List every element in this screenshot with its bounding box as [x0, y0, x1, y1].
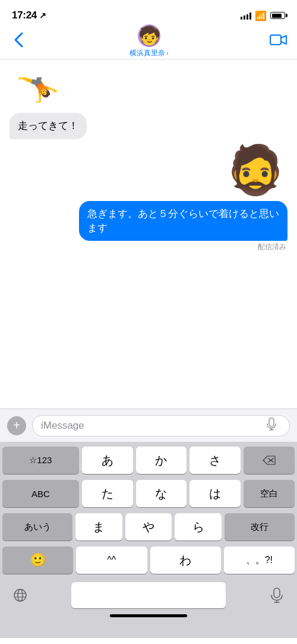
location-icon: ↗ [39, 11, 46, 20]
key-punctuation[interactable]: 、。?! [224, 546, 295, 574]
status-icons: 📶 [241, 10, 285, 21]
key-ra[interactable]: ら [175, 513, 222, 541]
contact-info[interactable]: 🧒 横浜真里奈 › [129, 24, 168, 58]
contact-name: 横浜真里奈 › [129, 48, 168, 58]
battery-fill [272, 14, 282, 18]
partial-sticker: 🤸 [10, 65, 287, 107]
key-sa[interactable]: さ [189, 447, 241, 474]
nav-bar: 🧒 横浜真里奈 › [0, 26, 297, 59]
key-num[interactable]: ☆123 [2, 447, 79, 474]
message-input-field[interactable]: iMessage [32, 415, 290, 436]
space-bar[interactable] [71, 582, 226, 608]
keyboard-row-3: あいう ま や ら 改行 [2, 513, 295, 541]
battery-icon [270, 12, 285, 19]
key-emoji[interactable]: 🙂 [2, 546, 73, 574]
sticker-partial: 🤸 [15, 65, 60, 107]
signal-bar-2 [244, 15, 245, 20]
signal-bars [241, 11, 251, 20]
key-ma[interactable]: ま [75, 513, 122, 541]
home-indicator [110, 614, 187, 617]
back-button[interactable] [10, 30, 29, 54]
globe-button[interactable] [7, 582, 33, 608]
status-bar: 17:24 ↗ 📶 [0, 0, 297, 26]
input-placeholder: iMessage [41, 420, 84, 432]
space-bar-area [33, 582, 264, 608]
key-space[interactable]: 空白 [244, 480, 295, 507]
svg-rect-10 [274, 588, 280, 598]
key-abc[interactable]: ABC [2, 480, 79, 507]
key-ta[interactable]: た [82, 480, 133, 507]
signal-bar-1 [241, 17, 242, 20]
message-sent-sticker: 🧔 [10, 146, 287, 194]
key-wa[interactable]: わ [150, 546, 221, 574]
video-call-button[interactable] [270, 33, 287, 49]
sent-sticker: 🧔 [226, 146, 285, 194]
svg-point-7 [18, 589, 23, 601]
signal-bar-3 [247, 14, 248, 20]
message-sent: 急ぎます。あと５分ぐらいで着けると思います 配信済み [10, 201, 287, 253]
keyboard-row-1: ☆123 あ か さ [2, 447, 295, 474]
avatar: 🧒 [138, 24, 160, 47]
delivery-status: 配信済み [258, 242, 286, 252]
svg-rect-1 [269, 418, 274, 426]
key-ka[interactable]: か [136, 447, 187, 474]
key-delete[interactable] [244, 447, 295, 474]
keyboard-bottom-row [2, 580, 295, 611]
key-aiueo[interactable]: あいう [2, 513, 72, 541]
key-hat[interactable]: ^^ [76, 546, 147, 574]
received-text: 走ってきて！ [18, 120, 78, 131]
keyboard: ☆123 あ か さ ABC た な は 空白 あいう ま や ら 改行 🙂 ^… [0, 442, 297, 638]
status-time: 17:24 [12, 10, 37, 21]
bubble-sent: 急ぎます。あと５分ぐらいで着けると思います [79, 201, 287, 241]
input-bar: + iMessage [0, 409, 297, 442]
chat-area: 🤸 走ってきて！ 🧔 急ぎます。あと５分ぐらいで着けると思います 配信済み [0, 59, 297, 409]
signal-bar-4 [249, 12, 251, 20]
key-a[interactable]: あ [82, 447, 133, 474]
keyboard-row-4: 🙂 ^^ わ 、。?! [2, 546, 295, 574]
message-received: 走ってきて！ [10, 113, 287, 139]
key-ya[interactable]: や [125, 513, 172, 541]
wifi-icon: 📶 [255, 10, 267, 21]
sent-text: 急ぎます。あと５分ぐらいで着けると思います [87, 208, 279, 234]
key-na[interactable]: な [136, 480, 187, 507]
bubble-received: 走ってきて！ [10, 113, 87, 139]
key-enter[interactable]: 改行 [225, 513, 295, 541]
key-ha[interactable]: は [189, 480, 241, 507]
svg-rect-0 [270, 35, 281, 45]
add-button[interactable]: + [7, 416, 26, 435]
keyboard-mic-button[interactable] [264, 582, 290, 608]
keyboard-row-2: ABC た な は 空白 [2, 480, 295, 507]
avatar-emoji: 🧒 [138, 27, 160, 45]
svg-point-6 [14, 589, 26, 601]
chevron-right-icon: › [166, 50, 168, 56]
mic-icon[interactable] [267, 417, 276, 433]
